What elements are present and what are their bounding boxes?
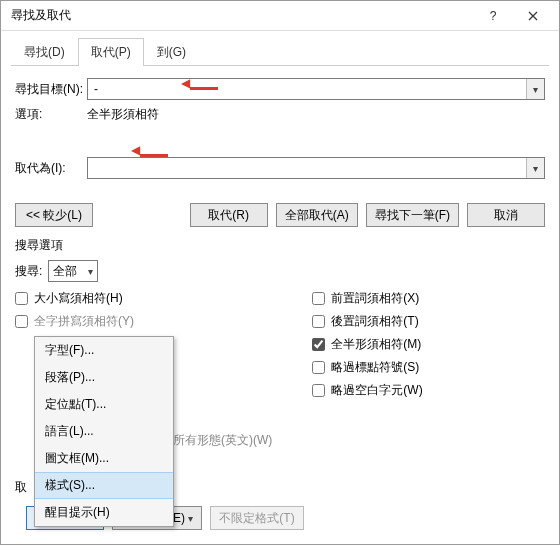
replace-button[interactable]: 取代(R)	[190, 203, 268, 227]
replace-dropdown-button[interactable]: ▾	[526, 158, 544, 178]
menu-frame[interactable]: 圖文框(M)...	[35, 445, 173, 472]
search-direction-select[interactable]: 全部 ▾	[48, 260, 98, 282]
checkbox[interactable]	[312, 315, 325, 328]
tab-strip: 尋找(D) 取代(P) 到(G)	[11, 37, 549, 66]
chevron-down-icon: ▾	[533, 163, 538, 174]
checkbox[interactable]	[312, 384, 325, 397]
find-next-button[interactable]: 尋找下一筆(F)	[366, 203, 459, 227]
menu-tabs[interactable]: 定位點(T)...	[35, 391, 173, 418]
chevron-down-icon: ▾	[188, 513, 193, 524]
close-icon	[528, 11, 538, 21]
find-what-label: 尋找目標(N):	[15, 81, 87, 98]
checkbox[interactable]	[15, 292, 28, 305]
replace-with-label: 取代為(I):	[15, 160, 87, 177]
checkbox[interactable]	[15, 315, 28, 328]
check-suffix[interactable]: 後置詞須相符(T)	[312, 313, 545, 330]
close-button[interactable]	[513, 3, 553, 29]
tab-goto[interactable]: 到(G)	[144, 38, 199, 66]
less-button[interactable]: << 較少(L)	[15, 203, 93, 227]
chevron-down-icon: ▾	[88, 266, 93, 277]
checkbox[interactable]	[312, 338, 325, 351]
replace-all-button[interactable]: 全部取代(A)	[276, 203, 358, 227]
menu-paragraph[interactable]: 段落(P)...	[35, 364, 173, 391]
chevron-down-icon: ▾	[533, 84, 538, 95]
replace-with-input[interactable]: ▾	[87, 157, 545, 179]
tab-find[interactable]: 尋找(D)	[11, 38, 78, 66]
options-label: 選項:	[15, 106, 87, 123]
check-match-word[interactable]: 全字拼寫須相符(Y)	[15, 313, 272, 330]
check-fullhalf[interactable]: 全半形須相符(M)	[312, 336, 545, 353]
menu-highlight[interactable]: 醒目提示(H)	[35, 499, 173, 526]
checkbox[interactable]	[312, 292, 325, 305]
find-what-value: -	[94, 82, 98, 96]
check-whitespace[interactable]: 略過空白字元(W)	[312, 382, 545, 399]
menu-language[interactable]: 語言(L)...	[35, 418, 173, 445]
options-value: 全半形須相符	[87, 106, 159, 123]
cancel-button[interactable]: 取消	[467, 203, 545, 227]
dialog-title: 尋找及取代	[11, 7, 473, 24]
check-prefix[interactable]: 前置詞須相符(X)	[312, 290, 545, 307]
no-format-button: 不限定格式(T)	[210, 506, 303, 530]
search-direction-label: 搜尋:	[15, 263, 42, 280]
check-match-case[interactable]: 大小寫須相符(H)	[15, 290, 272, 307]
check-punct[interactable]: 略過標點符號(S)	[312, 359, 545, 376]
checkbox[interactable]	[312, 361, 325, 374]
menu-style[interactable]: 樣式(S)...	[35, 472, 173, 499]
bottom-label: 取	[15, 479, 27, 496]
search-options-title: 搜尋選項	[15, 237, 545, 254]
menu-font[interactable]: 字型(F)...	[35, 337, 173, 364]
find-what-input[interactable]: - ▾	[87, 78, 545, 100]
find-dropdown-button[interactable]: ▾	[526, 79, 544, 99]
tab-replace[interactable]: 取代(P)	[78, 38, 144, 66]
format-menu: 字型(F)... 段落(P)... 定位點(T)... 語言(L)... 圖文框…	[34, 336, 174, 527]
search-direction-value: 全部	[53, 263, 77, 280]
help-button[interactable]: ?	[473, 3, 513, 29]
